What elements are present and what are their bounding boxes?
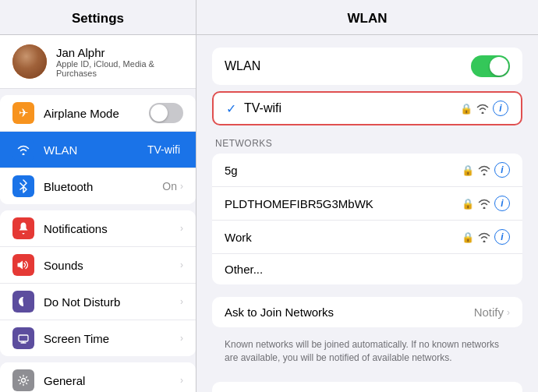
sidebar-item-donotdisturb[interactable]: Do Not Disturb ›	[0, 284, 196, 320]
wlan-toggle-switch[interactable]	[471, 55, 510, 77]
lock-icon-work: 🔒	[462, 231, 474, 243]
sidebar-item-sounds[interactable]: Sounds ›	[0, 247, 196, 284]
main-title: WLAN	[196, 0, 538, 35]
sidebar-item-label-donotdisturb: Do Not Disturb	[44, 295, 180, 309]
profile-name: Jan Alphr	[56, 46, 183, 59]
sidebar-item-airplane[interactable]: ✈ Airplane Mode	[0, 95, 196, 132]
ask-to-join-desc: Known networks will be joined automatica…	[212, 334, 522, 373]
sidebar-title: Settings	[0, 0, 196, 35]
notifications-icon	[12, 217, 34, 239]
networks-list: 5g 🔒 i PLDTHOMEFIBR5G3MbWK 🔒	[212, 154, 522, 284]
sidebar-item-label-general: General	[44, 374, 180, 387]
lock-icon-5g: 🔒	[462, 164, 474, 176]
network-5g-icons: 🔒 i	[462, 162, 510, 178]
network-name-other: Other...	[225, 263, 263, 276]
svg-point-3	[22, 379, 26, 383]
checkmark-icon: ✓	[226, 101, 236, 116]
profile-subtitle: Apple ID, iCloud, Media & Purchases	[56, 59, 183, 78]
sidebar-item-value-wlan: TV-wifi	[147, 143, 180, 156]
network-name-5g: 5g	[225, 164, 462, 177]
sounds-chevron: ›	[180, 260, 183, 270]
wlan-icon	[12, 139, 34, 161]
sidebar-section-system: Notifications › Sounds ›	[0, 210, 196, 356]
sidebar-item-label-notifications: Notifications	[44, 222, 180, 235]
connected-info-icon[interactable]: i	[493, 101, 508, 116]
general-icon	[12, 369, 34, 391]
wifi-icon-5g	[478, 165, 490, 175]
sidebar-item-label-bluetooth: Bluetooth	[44, 180, 162, 193]
info-icon-5g[interactable]: i	[494, 162, 510, 178]
main-content: WLAN WLAN ✓ TV-wifi 🔒 i NETWORKS	[196, 0, 538, 392]
network-name-pldthome: PLDTHOMEFIBR5G3MbWK	[225, 197, 462, 210]
lock-icon: 🔒	[460, 103, 473, 115]
main-body: WLAN ✓ TV-wifi 🔒 i NETWORKS	[196, 35, 538, 392]
donotdisturb-icon	[12, 291, 34, 313]
airplane-icon: ✈	[12, 102, 34, 124]
sidebar-content: Jan Alphr Apple ID, iCloud, Media & Purc…	[0, 35, 196, 392]
auto-join-group: Auto-Join Hotspot Ask to Join ›	[212, 382, 522, 392]
airplane-toggle[interactable]	[149, 103, 183, 123]
notifications-chevron: ›	[180, 223, 183, 234]
network-row-pldthome[interactable]: PLDTHOMEFIBR5G3MbWK 🔒 i	[212, 187, 522, 221]
ask-to-join-value: Notify	[474, 305, 504, 319]
avatar	[12, 44, 47, 79]
wifi-icon-work	[478, 232, 490, 242]
screentime-chevron: ›	[180, 333, 183, 344]
lock-icon-pldthome: 🔒	[462, 198, 474, 210]
sidebar-item-label-wlan: WLAN	[44, 143, 147, 157]
sidebar-item-general[interactable]: General ›	[0, 362, 196, 392]
network-row-other[interactable]: Other...	[212, 254, 522, 284]
network-pldthome-icons: 🔒 i	[462, 196, 510, 211]
sidebar-item-label-screentime: Screen Time	[44, 332, 180, 345]
wifi-icon-pldthome	[478, 199, 490, 209]
wlan-toggle-label: WLAN	[225, 59, 471, 73]
network-name-work: Work	[225, 231, 462, 244]
info-icon-work[interactable]: i	[494, 229, 510, 245]
profile-row[interactable]: Jan Alphr Apple ID, iCloud, Media & Purc…	[0, 35, 196, 89]
ask-to-join-wrapper: Ask to Join Networks Notify › Known netw…	[212, 297, 522, 373]
sidebar-item-bluetooth[interactable]: Bluetooth On ›	[0, 168, 196, 204]
general-chevron: ›	[180, 375, 183, 386]
ask-to-join-group: Ask to Join Networks Notify ›	[212, 297, 522, 327]
auto-join-wrapper: Auto-Join Hotspot Ask to Join › Allow th…	[212, 382, 522, 392]
network-row-work[interactable]: Work 🔒 i	[212, 221, 522, 254]
sidebar-item-wlan[interactable]: WLAN TV-wifi	[0, 132, 196, 168]
bluetooth-chevron: ›	[180, 181, 183, 192]
network-work-icons: 🔒 i	[462, 229, 510, 245]
info-icon-pldthome[interactable]: i	[494, 196, 510, 211]
sidebar-item-label-airplane: Airplane Mode	[44, 107, 143, 120]
wlan-toggle-row: WLAN	[212, 48, 522, 85]
sidebar-section-preferences: General › Control Center › AA Display &	[0, 362, 196, 392]
ask-to-join-row[interactable]: Ask to Join Networks Notify ›	[212, 297, 522, 327]
profile-text: Jan Alphr Apple ID, iCloud, Media & Purc…	[56, 46, 183, 78]
wifi-signal-icon	[476, 104, 489, 114]
sidebar-item-notifications[interactable]: Notifications ›	[0, 210, 196, 247]
network-row-5g[interactable]: 5g 🔒 i	[212, 154, 522, 187]
ask-to-join-chevron: ›	[507, 307, 510, 318]
connected-network-icons: 🔒 i	[460, 101, 508, 116]
screentime-icon	[12, 327, 34, 349]
sidebar-item-value-bluetooth: On	[162, 180, 177, 192]
sidebar-section-connectivity: ✈ Airplane Mode WLAN TV-wifi	[0, 95, 196, 204]
bluetooth-icon	[12, 175, 34, 197]
sidebar-item-label-sounds: Sounds	[44, 259, 180, 272]
donotdisturb-chevron: ›	[180, 296, 183, 307]
auto-join-row[interactable]: Auto-Join Hotspot Ask to Join ›	[212, 382, 522, 392]
sidebar: Settings Jan Alphr Apple ID, iCloud, Med…	[0, 0, 196, 392]
svg-rect-0	[19, 335, 28, 341]
networks-section-header: NETWORKS	[212, 138, 522, 149]
connected-network-name: TV-wifi	[244, 101, 460, 115]
ask-to-join-label: Ask to Join Networks	[225, 305, 474, 319]
connected-network-row[interactable]: ✓ TV-wifi 🔒 i	[212, 91, 522, 125]
sounds-icon	[12, 254, 34, 276]
sidebar-item-screentime[interactable]: Screen Time ›	[0, 320, 196, 356]
